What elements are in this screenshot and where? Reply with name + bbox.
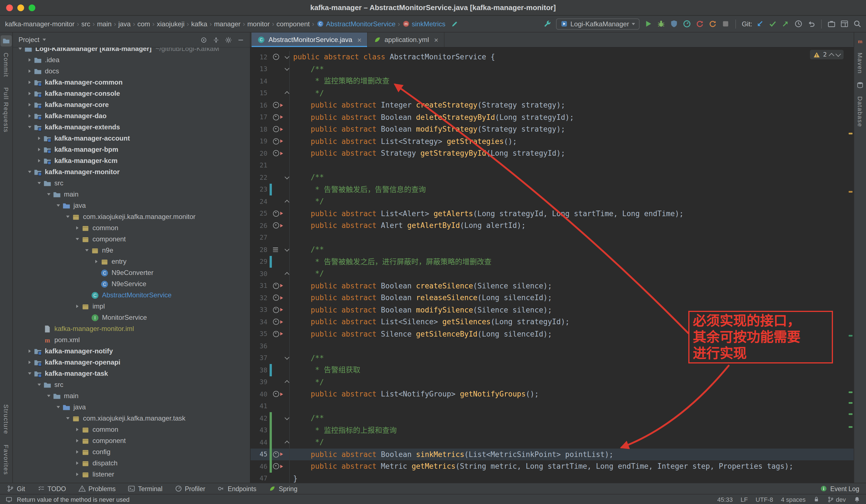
code-text[interactable]: public abstract List<Strategy> getStrate… xyxy=(289,135,854,147)
code-text[interactable] xyxy=(289,340,854,352)
search-everywhere-button[interactable] xyxy=(853,20,862,28)
code-line-29[interactable]: 29 * 告警被触发之后，进行屏蔽时，屏蔽策略的增删改查 xyxy=(251,256,854,268)
settings-button[interactable] xyxy=(225,36,232,43)
stop-button[interactable] xyxy=(722,20,730,28)
fold-marker-icon[interactable] xyxy=(284,56,289,58)
override-marker-icon[interactable] xyxy=(280,320,283,324)
locate-button[interactable] xyxy=(200,36,207,43)
implemented-marker-icon[interactable] xyxy=(273,463,279,470)
code-text[interactable]: * 监控策略的增删改查 xyxy=(289,75,854,87)
code-text[interactable] xyxy=(289,400,854,412)
override-marker-icon[interactable] xyxy=(280,116,283,119)
override-marker-icon[interactable] xyxy=(280,140,283,143)
override-marker-icon[interactable] xyxy=(280,284,283,288)
tree-item-kafka-manager-console[interactable]: kafka-manager-console xyxy=(13,88,250,99)
tree-item-main[interactable]: main xyxy=(13,189,250,200)
gutter-icons[interactable] xyxy=(272,295,284,301)
implemented-marker-icon[interactable] xyxy=(273,283,279,289)
code-line-25[interactable]: 25 public abstract List<Alert> getAlerts… xyxy=(251,207,854,219)
implemented-marker-icon[interactable] xyxy=(273,102,279,108)
tree-chevron-icon[interactable] xyxy=(74,450,81,454)
tree-item-src[interactable]: src xyxy=(13,379,250,390)
toolwindow-button-endpoints[interactable]: Endpoints xyxy=(218,485,256,492)
code-line-26[interactable]: 26 public abstract Alert getAlertById(Lo… xyxy=(251,219,854,231)
code-text[interactable]: public abstract Boolean releaseSilence(L… xyxy=(289,292,854,304)
code-line-40[interactable]: 40 public abstract List<NotifyGroup> get… xyxy=(251,388,854,400)
breadcrumb-item[interactable]: com xyxy=(137,20,150,28)
tree-chevron-icon[interactable] xyxy=(35,383,43,386)
tree-chevron-icon[interactable] xyxy=(26,350,33,353)
code-text[interactable]: public abstract Integer createStrategy(S… xyxy=(289,99,854,111)
fold-marker-icon[interactable] xyxy=(284,417,289,420)
toolwindow-button-problems[interactable]: Problems xyxy=(78,485,115,492)
code-line-28[interactable]: 28 /** xyxy=(251,244,854,256)
tree-item-impl[interactable]: impl xyxy=(13,301,250,312)
close-window-button[interactable] xyxy=(6,4,13,11)
tree-chevron-icon[interactable] xyxy=(16,48,24,50)
code-line-39[interactable]: 39 */ xyxy=(251,376,854,388)
implemented-marker-icon[interactable] xyxy=(273,210,279,217)
tree-item-docs[interactable]: docs xyxy=(13,66,250,77)
code-text[interactable]: public abstract Metric getMetrics(String… xyxy=(289,460,854,472)
tree-item-kafka-manager-kcm[interactable]: kafka-manager-kcm xyxy=(13,155,250,166)
tree-item-component[interactable]: component xyxy=(13,233,250,245)
gutter-icons[interactable] xyxy=(272,150,284,157)
fold-marker-icon[interactable] xyxy=(284,273,289,275)
rollback-button[interactable] xyxy=(807,20,815,28)
fold-marker-icon[interactable] xyxy=(284,68,289,70)
gutter-icons[interactable] xyxy=(272,331,284,337)
hotswap-button[interactable] xyxy=(709,20,717,28)
toolwindow-button-terminal[interactable]: Terminal xyxy=(128,485,163,492)
edit-source-button[interactable] xyxy=(451,20,458,28)
tree-item-kafka-manager-monitor-iml[interactable]: kafka-manager-monitor.iml xyxy=(13,323,250,334)
tree-item-entry[interactable]: entry xyxy=(13,256,250,267)
code-text[interactable]: public abstract class AbstractMonitorSer… xyxy=(289,51,854,63)
gutter-icons[interactable] xyxy=(272,138,284,145)
breadcrumb-item[interactable]: xiaojukeji xyxy=(157,20,185,28)
project-stripe-button[interactable] xyxy=(1,35,12,46)
fold-marker-icon[interactable] xyxy=(284,176,289,179)
code-line-19[interactable]: 19 public abstract List<Strategy> getStr… xyxy=(251,135,854,147)
code-text[interactable]: public abstract Boolean sinkMetrics(List… xyxy=(289,448,854,460)
code-text[interactable]: * 告警组获取 xyxy=(289,364,854,376)
override-marker-icon[interactable] xyxy=(280,128,283,131)
tree-item-kafka-manager-notify[interactable]: kafka-manager-notify xyxy=(13,345,250,357)
code-line-20[interactable]: 20 public abstract Strategy getStrategyB… xyxy=(251,147,854,159)
code-text[interactable]: public abstract Silence getSilenceById(L… xyxy=(289,328,854,340)
tree-chevron-icon[interactable] xyxy=(45,395,52,397)
toolbox-button[interactable] xyxy=(827,20,836,28)
breadcrumb-item[interactable]: src xyxy=(81,20,90,28)
readonly-lock-icon[interactable] xyxy=(813,496,820,502)
override-marker-icon[interactable] xyxy=(280,212,283,215)
code-line-47[interactable]: 47} xyxy=(251,472,854,483)
breadcrumb-item[interactable]: main xyxy=(97,20,112,28)
tree-item-kafka-manager-core[interactable]: kafka-manager-core xyxy=(13,99,250,110)
tree-item-n9econverter[interactable]: CN9eConverter xyxy=(13,267,250,278)
implemented-marker-icon[interactable] xyxy=(273,295,279,301)
stripe-button-structure[interactable]: Structure xyxy=(3,404,10,434)
implemented-marker-icon[interactable] xyxy=(273,114,279,121)
tree-chevron-icon[interactable] xyxy=(35,182,43,184)
breadcrumb-item[interactable]: kafka-manager-monitor xyxy=(5,20,75,28)
gutter-icons[interactable] xyxy=(272,248,284,252)
collapse-all-button[interactable] xyxy=(212,36,220,43)
toolwindow-button-profiler[interactable]: Profiler xyxy=(175,485,206,492)
code-line-18[interactable]: 18 public abstract Boolean modifyStrateg… xyxy=(251,123,854,135)
event-log-button[interactable]: Event Log xyxy=(820,485,859,492)
implemented-marker-icon[interactable] xyxy=(273,54,279,60)
code-line-17[interactable]: 17 public abstract Boolean deleteStrateg… xyxy=(251,111,854,123)
tree-chevron-icon[interactable] xyxy=(26,58,33,61)
implemented-marker-icon[interactable] xyxy=(273,331,279,337)
tree-item-listener[interactable]: listener xyxy=(13,469,250,480)
code-text[interactable]: public abstract List<NotifyGroup> getNot… xyxy=(289,388,854,400)
code-editor[interactable]: 12public abstract class AbstractMonitorS… xyxy=(251,48,854,483)
tab-close-icon[interactable]: × xyxy=(434,36,438,44)
code-line-14[interactable]: 14 * 监控策略的增删改查 xyxy=(251,75,854,87)
git-branch-widget[interactable]: dev xyxy=(828,496,846,503)
tree-chevron-icon[interactable] xyxy=(26,360,33,364)
override-marker-icon[interactable] xyxy=(280,104,283,107)
tree-chevron-icon[interactable] xyxy=(74,428,81,431)
tree-chevron-icon[interactable] xyxy=(26,92,33,95)
code-line-46[interactable]: 46 public abstract Metric getMetrics(Str… xyxy=(251,460,854,472)
tree-chevron-icon[interactable] xyxy=(26,103,33,106)
